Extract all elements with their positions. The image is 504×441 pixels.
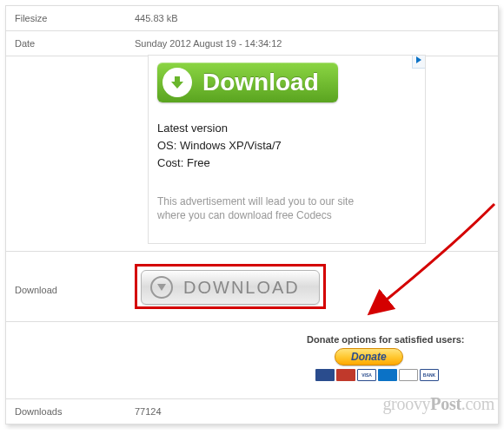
info-table: Filesize 445.83 kB Date Sunday 2012 Augu… (5, 5, 499, 425)
download-triangle-icon (150, 276, 173, 299)
row-ad: Download Latest version OS: Windows XP/V… (6, 56, 498, 251)
value-date: Sunday 2012 August 19 - 14:34:12 (117, 31, 498, 56)
label-donate-empty (6, 322, 117, 398)
donate-button[interactable]: Donate (335, 348, 403, 365)
ad-download-button[interactable]: Download (157, 63, 338, 102)
download-arrow-icon (162, 68, 192, 97)
donate-button-label: Donate (351, 351, 387, 363)
ad-os: OS: Windows XP/Vista/7 (157, 137, 416, 155)
advertisement-box: Download Latest version OS: Windows XP/V… (148, 55, 426, 244)
payment-cards: VISA BANK (315, 369, 481, 381)
ad-info-block: Latest version OS: Windows XP/Vista/7 Co… (157, 120, 416, 172)
value-download: DOWNLOAD (117, 252, 498, 321)
row-donate: Donate options for satisfied users: Dona… (6, 321, 498, 398)
annotation-highlight-box: DOWNLOAD (135, 264, 326, 309)
label-downloads: Downloads (6, 399, 117, 424)
donate-block: Donate options for satisfied users: Dona… (307, 329, 481, 381)
row-downloads: Downloads 77124 (6, 398, 498, 424)
label-download: Download (6, 252, 117, 321)
download-button[interactable]: DOWNLOAD (141, 270, 320, 305)
value-filesize: 445.83 kB (117, 6, 498, 30)
ad-disclaimer: This advertisement will lead you to our … (157, 194, 416, 222)
label-ad-empty (6, 56, 117, 251)
download-button-label: DOWNLOAD (183, 278, 300, 298)
value-ad: Download Latest version OS: Windows XP/V… (117, 56, 498, 251)
card-amex-icon (378, 369, 397, 381)
donate-title: Donate options for satisfied users: (307, 334, 481, 345)
adchoices-icon[interactable] (412, 56, 425, 69)
card-bank-icon: BANK (420, 369, 439, 381)
ad-cost: Cost: Free (157, 155, 416, 172)
card-mastercard-icon (336, 369, 355, 381)
ad-latest-version: Latest version (157, 120, 416, 137)
card-visa-icon: VISA (357, 369, 376, 381)
row-download: Download DOWNLOAD (6, 251, 498, 321)
label-date: Date (6, 31, 117, 56)
card-discover-icon (399, 369, 418, 381)
ad-download-button-label: Download (202, 69, 319, 96)
row-date: Date Sunday 2012 August 19 - 14:34:12 (6, 30, 498, 56)
value-downloads: 77124 (117, 399, 498, 424)
card-maestro-icon (315, 369, 335, 381)
row-filesize: Filesize 445.83 kB (6, 5, 498, 30)
value-donate: Donate options for satisfied users: Dona… (117, 322, 498, 398)
label-filesize: Filesize (6, 6, 117, 30)
